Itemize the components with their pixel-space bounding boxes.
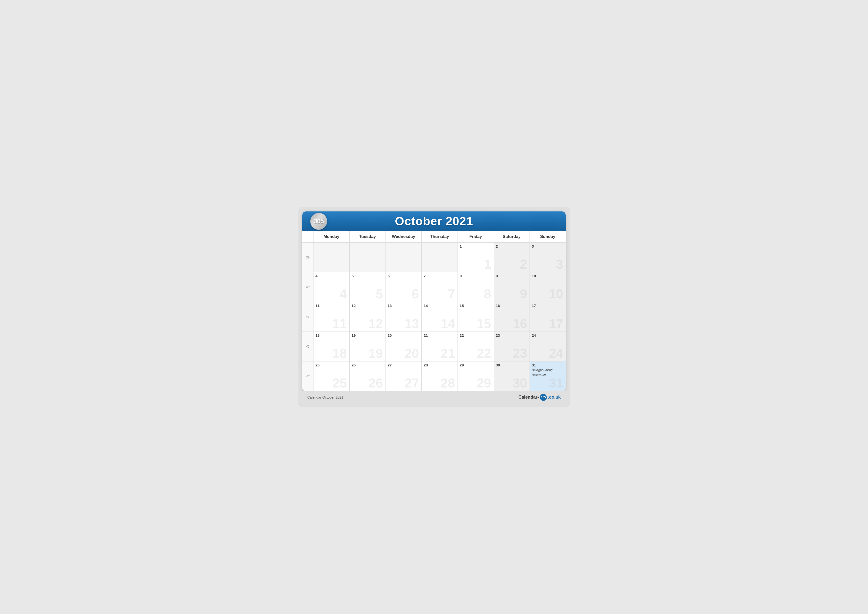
day-cell-9: 99 bbox=[494, 272, 530, 302]
day-watermark: 20 bbox=[405, 347, 419, 360]
day-cell-27: 2727 bbox=[385, 361, 422, 391]
day-watermark: 28 bbox=[441, 376, 455, 389]
day-number: 25 bbox=[315, 363, 347, 367]
day-watermark: 16 bbox=[513, 317, 527, 330]
week-num-41: 41 bbox=[302, 302, 313, 331]
day-number: 12 bbox=[352, 303, 383, 308]
day-cell-empty-w0d2 bbox=[385, 242, 422, 272]
day-watermark: 14 bbox=[441, 317, 455, 330]
day-watermark: 15 bbox=[477, 317, 491, 330]
week-num-42: 42 bbox=[302, 331, 313, 361]
calendar-container: 365 October 2021 Monday Tuesday Wednesda… bbox=[302, 211, 566, 391]
day-number: 29 bbox=[460, 363, 491, 367]
day-cell-24: 2424 bbox=[530, 331, 566, 361]
day-watermark: 4 bbox=[340, 288, 347, 300]
week-num-40: 40 bbox=[302, 272, 313, 302]
day-header-thursday: Thursday bbox=[422, 231, 457, 242]
day-watermark: 23 bbox=[513, 347, 527, 360]
day-cell-18: 1818 bbox=[313, 331, 349, 361]
day-number: 24 bbox=[532, 333, 564, 338]
day-watermark: 2 bbox=[520, 258, 527, 270]
page-wrapper: 365 October 2021 Monday Tuesday Wednesda… bbox=[298, 207, 570, 407]
day-watermark: 17 bbox=[549, 317, 563, 330]
day-watermark: 22 bbox=[477, 347, 491, 360]
day-header-saturday: Saturday bbox=[494, 231, 530, 242]
calendar-title: October 2021 bbox=[310, 215, 558, 228]
day-number: 15 bbox=[460, 303, 491, 308]
day-number: 28 bbox=[424, 363, 456, 367]
week-num-39: 39 bbox=[302, 242, 313, 272]
day-headers-row: Monday Tuesday Wednesday Thursday Friday… bbox=[302, 231, 566, 242]
week-num-43: 43 bbox=[302, 361, 313, 391]
calendar-grid: 3911223340445566778899101041111112121313… bbox=[302, 242, 566, 391]
day-number: 2 bbox=[496, 244, 528, 249]
day-watermark: 8 bbox=[484, 288, 491, 300]
day-number: 14 bbox=[424, 303, 456, 308]
day-watermark: 25 bbox=[333, 376, 347, 389]
day-number: 7 bbox=[424, 274, 456, 278]
day-number: 19 bbox=[352, 333, 383, 338]
calendar-header: 365 October 2021 bbox=[302, 211, 566, 231]
day-watermark: 1 bbox=[484, 258, 491, 270]
day-watermark: 5 bbox=[376, 288, 383, 300]
day-watermark: 27 bbox=[405, 376, 419, 389]
day-cell-20: 2020 bbox=[385, 331, 422, 361]
footer-365-badge: 365 bbox=[540, 394, 547, 401]
day-cell-29: 2929 bbox=[457, 361, 494, 391]
day-watermark: 18 bbox=[333, 347, 347, 360]
day-cell-4: 44 bbox=[313, 272, 349, 302]
day-number: 9 bbox=[496, 274, 528, 278]
day-number: 31 bbox=[532, 363, 564, 367]
day-cell-6: 66 bbox=[385, 272, 422, 302]
day-number: 26 bbox=[352, 363, 383, 367]
footer-brand-prefix: Calendar- bbox=[518, 395, 539, 400]
day-cell-15: 1515 bbox=[457, 302, 494, 331]
week-num-header-empty bbox=[302, 231, 313, 242]
day-watermark: 13 bbox=[405, 317, 419, 330]
day-number: 5 bbox=[352, 274, 383, 278]
day-watermark: 7 bbox=[448, 288, 455, 300]
day-number: 30 bbox=[496, 363, 528, 367]
day-number: 16 bbox=[496, 303, 528, 308]
day-number: 3 bbox=[532, 244, 564, 249]
day-number: 6 bbox=[388, 274, 419, 278]
day-watermark: 10 bbox=[549, 288, 563, 300]
day-cell-21: 2121 bbox=[422, 331, 457, 361]
footer-brand-suffix: .co.uk bbox=[548, 395, 561, 400]
day-watermark: 21 bbox=[441, 347, 455, 360]
day-number: 20 bbox=[388, 333, 419, 338]
day-watermark: 3 bbox=[556, 258, 563, 270]
event-label: Halloween bbox=[532, 373, 564, 377]
day-number: 10 bbox=[532, 274, 564, 278]
day-watermark: 26 bbox=[369, 376, 383, 389]
footer-left-text: Calendar October 2021 bbox=[307, 395, 343, 399]
footer: Calendar October 2021 Calendar- 365 .co.… bbox=[302, 391, 566, 403]
day-cell-14: 1414 bbox=[422, 302, 457, 331]
day-cell-8: 88 bbox=[457, 272, 494, 302]
day-cell-13: 1313 bbox=[385, 302, 422, 331]
day-header-sunday: Sunday bbox=[530, 231, 566, 242]
day-number: 18 bbox=[315, 333, 347, 338]
day-number: 11 bbox=[315, 303, 347, 308]
day-number: 1 bbox=[460, 244, 491, 249]
day-watermark: 31 bbox=[549, 376, 563, 389]
day-header-wednesday: Wednesday bbox=[385, 231, 422, 242]
day-watermark: 30 bbox=[513, 376, 527, 389]
day-cell-empty-w0d1 bbox=[349, 242, 386, 272]
day-cell-22: 2222 bbox=[457, 331, 494, 361]
day-cell-31: 3131Daylight SavingHalloween bbox=[530, 361, 566, 391]
day-number: 8 bbox=[460, 274, 491, 278]
day-header-tuesday: Tuesday bbox=[349, 231, 386, 242]
day-number: 4 bbox=[315, 274, 347, 278]
day-watermark: 24 bbox=[549, 347, 563, 360]
day-header-friday: Friday bbox=[457, 231, 494, 242]
day-cell-17: 1717 bbox=[530, 302, 566, 331]
day-cell-30: 3030 bbox=[494, 361, 530, 391]
event-label: Daylight Saving bbox=[532, 368, 564, 372]
day-cell-empty-w0d0 bbox=[313, 242, 349, 272]
day-watermark: 29 bbox=[477, 376, 491, 389]
day-cell-25: 2525 bbox=[313, 361, 349, 391]
day-header-monday: Monday bbox=[313, 231, 349, 242]
day-number: 17 bbox=[532, 303, 564, 308]
logo-badge: 365 bbox=[310, 213, 327, 230]
